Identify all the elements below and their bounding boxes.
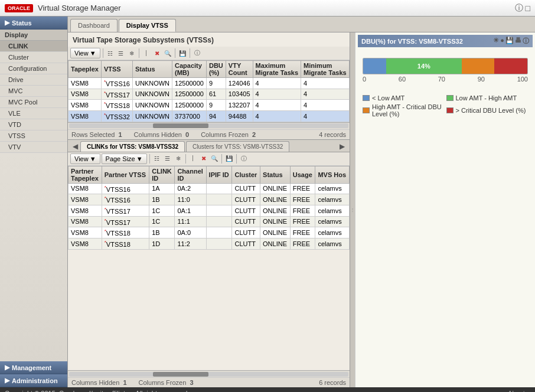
clinks-col-clink[interactable]: CLINKID xyxy=(149,166,175,183)
clinks-cell-mvs: celamvs xyxy=(315,227,350,239)
clinks-row[interactable]: VSM8 *VTSS18 1D 11:2 CLUTT ONLINE FREE c… xyxy=(68,238,350,249)
clinks-col-ipif[interactable]: IPIF ID xyxy=(206,166,232,183)
export-icon[interactable]: 💾 xyxy=(178,48,187,58)
col-vty[interactable]: VTYCount xyxy=(226,61,253,78)
vtss-cell-tapeplex: VSM8 xyxy=(68,89,102,100)
dbu-sun-icon[interactable]: ☀ xyxy=(493,37,499,45)
sidebar-item-mvc[interactable]: MVC xyxy=(0,86,67,97)
vtss-hscroll[interactable] xyxy=(68,122,350,129)
clinks-cell-clink: 1C xyxy=(149,216,175,227)
toolbar-sep-4 xyxy=(190,48,190,58)
resize-handle[interactable]: ⋮ xyxy=(350,32,355,387)
clear-icon[interactable]: ✖ xyxy=(152,48,162,58)
clinks-page-size-button[interactable]: Page Size ▼ xyxy=(102,153,147,164)
clinks-cell-status: ONLINE xyxy=(260,205,291,216)
clinks-freeze-icon[interactable]: ❄ xyxy=(174,154,183,164)
help-icon[interactable]: ⓘ xyxy=(515,3,523,14)
clinks-grid-icon[interactable]: ☷ xyxy=(152,154,162,164)
col-status[interactable]: Status xyxy=(132,61,172,78)
window-close-icon[interactable]: □ xyxy=(526,4,530,13)
clinks-clear-icon[interactable]: ✖ xyxy=(199,154,208,164)
clinks-col-vtss[interactable]: Partner VTSS xyxy=(102,166,149,183)
tab-dashboard[interactable]: Dashboard xyxy=(70,19,118,32)
sidebar-section-management[interactable]: ▶ Management xyxy=(0,361,67,374)
view-button[interactable]: View ▼ xyxy=(70,48,100,58)
dbu-help-icon[interactable]: ⓘ xyxy=(523,37,529,45)
vtss-cell-max: 4 xyxy=(253,100,301,111)
clinks-col-cluster[interactable]: Cluster xyxy=(232,166,260,183)
vtss-records: 4 records xyxy=(319,131,346,138)
dbu-circle-icon[interactable]: ● xyxy=(500,37,504,45)
sidebar: ▶ Status Display CLINK Cluster Configura… xyxy=(0,17,68,387)
dbu-print-icon[interactable]: 🖶 xyxy=(515,37,521,45)
clinks-cell-vtss: *VTSS18 xyxy=(102,238,149,249)
clinks-row[interactable]: VSM8 *VTSS16 1B 11:0 CLUTT ONLINE FREE c… xyxy=(68,194,350,205)
clinks-col-usage[interactable]: Usage xyxy=(290,166,315,183)
clinks-export-icon[interactable]: 💾 xyxy=(224,154,234,164)
col-default-acs[interactable]: DefaultACS xyxy=(349,61,350,78)
filter-icon[interactable]: ⏐ xyxy=(142,48,151,58)
about-link[interactable]: About... xyxy=(508,390,530,392)
dbu-seg-high xyxy=(462,58,495,74)
sidebar-item-configuration[interactable]: Configuration xyxy=(0,63,67,74)
vtss-table-container[interactable]: Tapeplex VTSS Status Capacity(MB) DBU(%)… xyxy=(68,60,350,122)
vtss-row[interactable]: VSM8 *VTSS16 UNKNOWN 12500000 9 124046 4… xyxy=(68,78,350,89)
col-capacity[interactable]: Capacity(MB) xyxy=(172,61,207,78)
sidebar-item-clink[interactable]: CLINK xyxy=(0,41,67,52)
dbu-scale: 0 60 70 90 100 xyxy=(363,74,528,84)
clinks-view-button[interactable]: View ▼ xyxy=(70,153,100,164)
sidebar-item-vtd[interactable]: VTD xyxy=(0,119,67,130)
clinks-col-tapeplex[interactable]: PartnerTapeplex xyxy=(68,166,102,183)
clinks-cell-usage: FREE xyxy=(290,205,315,216)
clinks-cell-clink: 1B xyxy=(149,194,175,205)
sidebar-item-vtss[interactable]: VTSS xyxy=(0,130,67,142)
clinks-col-status[interactable]: Status xyxy=(260,166,291,183)
sidebar-item-mvc-pool[interactable]: MVC Pool xyxy=(0,97,67,108)
clinks-row[interactable]: VSM8 *VTSS17 1C 0A:1 CLUTT ONLINE FREE c… xyxy=(68,205,350,216)
vtss-cell-max: 4 xyxy=(253,89,301,100)
clinks-col-channel[interactable]: ChannelID xyxy=(175,166,206,183)
clinks-hscroll[interactable] xyxy=(68,370,350,377)
clinks-row[interactable]: VSM8 *VTSS17 1C 11:1 CLUTT ONLINE FREE c… xyxy=(68,216,350,227)
sidebar-section-administration[interactable]: ▶ Administration xyxy=(0,374,67,387)
clinks-cell-status: ONLINE xyxy=(260,216,291,227)
vtss-row[interactable]: VSM8 *VTSS18 UNKNOWN 12500000 9 132207 4… xyxy=(68,100,350,111)
col-vtss[interactable]: VTSS xyxy=(101,61,132,78)
clinks-row[interactable]: VSM8 *VTSS18 1B 0A:0 CLUTT ONLINE FREE c… xyxy=(68,227,350,239)
sub-tab-clinks[interactable]: CLINKs for VTSS: VSM8-VTSS32 xyxy=(80,141,185,152)
col-min-migrate[interactable]: MinimumMigrate Tasks xyxy=(301,61,350,78)
sidebar-section-status[interactable]: ▶ Status xyxy=(0,17,67,30)
tab-display-vtss[interactable]: Display VTSS xyxy=(119,19,176,32)
columns-icon[interactable]: ☰ xyxy=(116,48,126,58)
help-icon-vtss[interactable]: ⓘ xyxy=(193,48,202,58)
dbu-save-icon[interactable]: 💾 xyxy=(505,37,514,45)
sidebar-item-vle[interactable]: VLE xyxy=(0,108,67,119)
grid-icon[interactable]: ☷ xyxy=(106,48,115,58)
search-icon[interactable]: 🔍 xyxy=(163,48,172,58)
sidebar-item-vtv[interactable]: VTV xyxy=(0,142,67,153)
col-max-migrate[interactable]: MaximumMigrate Tasks xyxy=(253,61,301,78)
sub-tab-next[interactable]: ▶ xyxy=(337,142,347,151)
col-dbu[interactable]: DBU(%) xyxy=(206,61,226,78)
vtss-row[interactable]: VSM8 *VTSS32 UNKNOWN 3737000 94 94488 4 … xyxy=(68,110,350,122)
clinks-search-icon[interactable]: 🔍 xyxy=(210,154,219,164)
clinks-row[interactable]: VSM8 *VTSS16 1A 0A:2 CLUTT ONLINE FREE c… xyxy=(68,183,350,194)
clinks-table-container[interactable]: PartnerTapeplex Partner VTSS CLINKID Cha… xyxy=(68,166,350,370)
clinks-col-mvs[interactable]: MVS Hos xyxy=(315,166,350,183)
clinks-filter-icon[interactable]: ⏐ xyxy=(188,154,198,164)
sub-tab-clusters[interactable]: Clusters for VTSS: VSM8-VTSS32 xyxy=(186,141,289,152)
sidebar-item-drive[interactable]: Drive xyxy=(0,74,67,86)
header-icons: ⓘ □ xyxy=(515,3,530,14)
content-body: Virtual Tape Storage Subsystems (VTSSs) … xyxy=(68,32,535,387)
dbu-scale-60: 60 xyxy=(399,76,406,83)
clinks-help-icon[interactable]: ⓘ xyxy=(239,154,249,164)
legend-item-2: Low AMT - High AMT xyxy=(446,94,529,102)
freeze-icon[interactable]: ❄ xyxy=(127,48,136,58)
sub-tab-prev[interactable]: ◀ xyxy=(70,142,80,151)
col-tapeplex[interactable]: Tapeplex xyxy=(68,61,102,78)
vtss-row[interactable]: VSM8 *VTSS17 UNKNOWN 12500000 61 103405 … xyxy=(68,89,350,100)
dbu-scale-0: 0 xyxy=(363,76,366,83)
vtss-cell-min: 4 xyxy=(301,89,350,100)
clinks-col-icon[interactable]: ☰ xyxy=(163,154,172,164)
sidebar-item-cluster[interactable]: Cluster xyxy=(0,52,67,63)
